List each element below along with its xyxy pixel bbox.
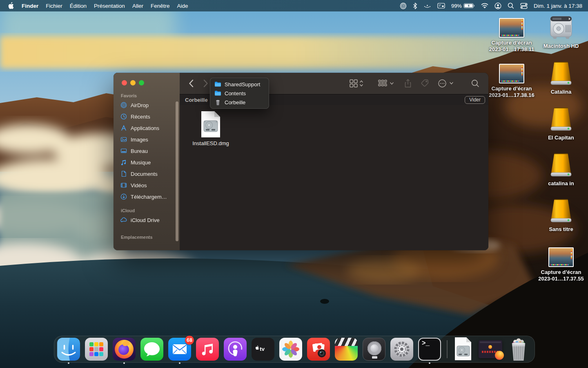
sidebar-section-favorites: Favoris <box>121 93 180 98</box>
sidebar-item-videos[interactable]: Vidéos <box>114 180 180 191</box>
file-name: InstallESD.dmg <box>191 140 230 146</box>
dock-item-photos[interactable] <box>279 338 302 361</box>
apple-menu-icon[interactable] <box>8 2 14 9</box>
svg-text:tv: tv <box>260 346 265 352</box>
trash-icon <box>214 99 221 105</box>
sidebar-item-bureau[interactable]: Bureau <box>114 145 180 157</box>
keyboard-brightness-icon[interactable] <box>423 3 431 9</box>
sidebar-scrollbar[interactable] <box>176 101 178 241</box>
desktop-icon-catalina-in[interactable]: catalina in <box>535 151 588 187</box>
dock-item-music[interactable] <box>196 338 219 361</box>
user-account-icon[interactable] <box>494 2 501 9</box>
desktop-icon-label: catalina in <box>548 180 574 187</box>
group-by-button[interactable] <box>378 79 394 88</box>
search-button[interactable] <box>471 79 479 88</box>
dock-item-messages[interactable] <box>140 338 163 361</box>
back-button[interactable] <box>189 79 194 88</box>
sidebar-item-airdrop[interactable]: AirDrop <box>114 99 180 111</box>
sidebar-item-images[interactable]: Images <box>114 134 180 145</box>
desktop-icon-macintosh-hd[interactable]: Macintosh HD <box>535 13 588 49</box>
zoom-button[interactable] <box>139 80 144 85</box>
input-menu-icon[interactable] <box>437 3 445 9</box>
dock-item-firefox-window[interactable] <box>479 338 502 361</box>
sidebar-section-icloud: iCloud <box>121 208 180 213</box>
photos-icon <box>279 338 302 361</box>
spotlight-search-icon[interactable] <box>508 2 514 9</box>
menu-edition[interactable]: Édition <box>70 3 87 9</box>
close-button[interactable] <box>122 80 127 85</box>
trash-content-area[interactable]: InstallESD.dmg <box>180 105 488 250</box>
desktop-icon-screenshot-3[interactable]: Capture d’écran 2023-01…17.37.55 <box>535 246 588 282</box>
sidebar-item-musique[interactable]: Musique <box>114 157 180 168</box>
dock-item-mail[interactable]: 68 <box>168 338 191 361</box>
file-installesd-dmg[interactable]: InstallESD.dmg <box>191 111 230 146</box>
menu-aller[interactable]: Aller <box>132 3 143 9</box>
images-icon <box>120 136 127 143</box>
airdrop-icon <box>120 102 127 108</box>
dock-item-launchpad[interactable] <box>85 338 108 361</box>
empty-trash-button[interactable]: Vider <box>465 96 485 104</box>
desktop-icon-catalina[interactable]: Catalina <box>535 60 588 95</box>
applications-icon <box>120 125 127 131</box>
sidebar-item-icloud-drive[interactable]: iCloud Drive <box>114 214 180 226</box>
bluetooth-icon[interactable] <box>413 2 417 9</box>
control-center-icon[interactable] <box>520 3 528 9</box>
menu-presentation[interactable]: Présentation <box>94 3 125 9</box>
sidebar-item-recents[interactable]: Récents <box>114 111 180 122</box>
more-actions-button[interactable] <box>438 79 455 88</box>
dock-item-photo-booth[interactable] <box>307 338 330 361</box>
internal-drive-icon <box>548 14 575 41</box>
folder-icon <box>214 81 221 87</box>
minimize-button[interactable] <box>130 80 136 85</box>
dock-item-firefox[interactable] <box>113 338 136 361</box>
menu-item-corbeille[interactable]: Corbeille <box>210 98 269 107</box>
minimized-firefox-window-thumbnail <box>479 340 502 358</box>
desktop-icon-el-capitan[interactable]: El Capitan <box>535 105 588 141</box>
dock-item-disk-image-file[interactable] <box>453 338 474 361</box>
dock-item-apple-tv[interactable]: tv <box>252 338 274 361</box>
menu-aide[interactable]: Aide <box>177 3 188 9</box>
desktop-icon-label: Capture d’écran 2023-01…17.37.55 <box>538 269 584 282</box>
menu-fenetre[interactable]: Fenêtre <box>151 3 170 9</box>
sidebar-item-documents[interactable]: Documents <box>114 168 180 180</box>
finder-icon <box>57 338 80 361</box>
dock-item-system-preferences[interactable] <box>390 338 413 361</box>
desktop-icon-label: Capture d’écran 2023-01…17.38.16 <box>489 85 534 98</box>
desktop-icon-label: Sans titre <box>549 226 573 233</box>
dock-item-finder[interactable] <box>57 338 80 361</box>
desktop-icon-label: Capture d’écran 2023-01…17.38.11 <box>489 40 535 52</box>
airdrop-waves-icon[interactable] <box>400 2 407 9</box>
dock-item-final-cut-pro[interactable] <box>335 338 358 361</box>
mail-badge: 68 <box>185 336 194 345</box>
dock-item-terminal[interactable]: >_ <box>418 338 441 361</box>
tag-button[interactable] <box>421 79 430 88</box>
dock-item-podcasts[interactable] <box>224 338 247 361</box>
launchpad-icon <box>85 338 108 361</box>
external-drive-icon <box>548 61 574 87</box>
window-title: Corbeille <box>185 97 208 103</box>
menu-fichier[interactable]: Fichier <box>46 3 62 9</box>
view-options-button[interactable] <box>350 79 363 88</box>
desktop-icon-screenshot-1[interactable]: Capture d’écran 2023-01…17.38.11 <box>485 16 538 53</box>
battery-status[interactable]: 99% <box>451 3 475 9</box>
desktop-icon-screenshot-2[interactable]: Capture d’écran 2023-01…17.38.16 <box>485 62 538 99</box>
menu-bar: Finder Fichier Édition Présentation Alle… <box>0 0 588 11</box>
menu-bar-clock[interactable]: Dim. 1 janv. à 17:38 <box>534 3 582 9</box>
video-icon <box>120 182 127 188</box>
screenshot-thumbnail <box>548 247 574 267</box>
photo-booth-icon <box>307 338 330 361</box>
forward-button[interactable] <box>203 79 208 88</box>
sidebar-item-label: Musique <box>131 159 151 166</box>
menu-item-contents[interactable]: Contents <box>210 89 269 98</box>
wifi-icon[interactable] <box>481 3 488 9</box>
sidebar-item-applications[interactable]: Applications <box>114 122 180 134</box>
screenshot-thumbnail <box>499 64 524 83</box>
sidebar-item-telechargements[interactable]: Téléchargem… <box>114 191 180 202</box>
share-button[interactable] <box>404 79 412 88</box>
dock-item-logic-pro[interactable] <box>363 338 385 361</box>
menu-item-sharedsupport[interactable]: SharedSupport <box>210 80 269 89</box>
menu-app-name[interactable]: Finder <box>22 3 38 9</box>
desktop-icon-sans-titre[interactable]: Sans titre <box>535 197 588 233</box>
dock-item-trash[interactable] <box>507 338 530 361</box>
logic-pro-icon <box>363 338 385 361</box>
